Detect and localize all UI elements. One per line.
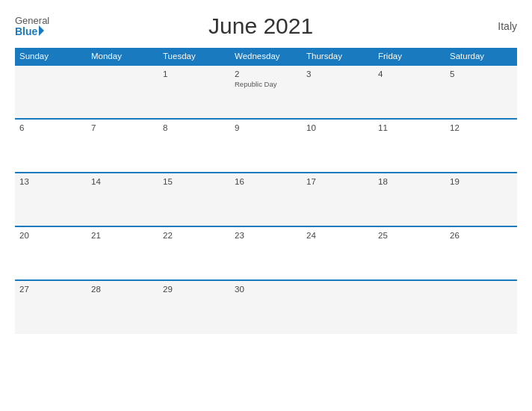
calendar-cell: 24	[302, 226, 374, 280]
calendar-cell: 20	[15, 226, 87, 280]
logo-blue-text: Blue	[15, 25, 44, 37]
calendar-title: June 2021	[49, 13, 472, 39]
logo-triangle-icon	[39, 25, 44, 36]
day-number: 12	[450, 123, 513, 132]
calendar-week-row: 13141516171819	[15, 173, 517, 226]
day-number: 20	[19, 231, 82, 240]
calendar-cell: 8	[158, 119, 230, 173]
calendar-cell: 23	[230, 226, 302, 280]
day-number: 7	[91, 123, 154, 132]
day-number: 29	[163, 285, 226, 294]
day-number: 18	[378, 177, 441, 186]
day-event: Republic Day	[235, 80, 297, 88]
day-number: 3	[306, 69, 369, 78]
calendar-cell: 18	[374, 173, 445, 226]
day-number: 22	[163, 231, 226, 240]
day-number: 13	[19, 177, 82, 186]
calendar-container: General Blue June 2021 Italy Sunday Mond…	[0, 0, 532, 411]
calendar-cell: 30	[230, 280, 302, 334]
day-number: 19	[450, 177, 513, 186]
calendar-cell: 1	[158, 65, 230, 119]
calendar-cell: 14	[87, 173, 158, 226]
calendar-cell: 15	[158, 173, 230, 226]
header-thursday: Thursday	[302, 48, 374, 65]
country-label: Italy	[472, 20, 517, 32]
calendar-cell: 19	[445, 173, 517, 226]
header-saturday: Saturday	[445, 48, 517, 65]
day-number: 11	[378, 123, 441, 132]
day-number: 16	[235, 177, 297, 186]
calendar-cell	[15, 65, 87, 119]
day-number: 1	[163, 69, 226, 78]
day-number: 5	[450, 69, 513, 78]
calendar-week-row: 20212223242526	[15, 226, 517, 280]
day-number: 17	[306, 177, 369, 186]
calendar-cell: 11	[374, 119, 445, 173]
logo: General Blue	[15, 16, 49, 37]
header-wednesday: Wednesday	[230, 48, 302, 65]
calendar-cell	[87, 65, 158, 119]
calendar-cell	[374, 280, 445, 334]
calendar-cell	[302, 280, 374, 334]
calendar-cell: 4	[374, 65, 445, 119]
calendar-cell: 9	[230, 119, 302, 173]
calendar-cell	[445, 280, 517, 334]
calendar-cell: 3	[302, 65, 374, 119]
day-number: 27	[19, 285, 82, 294]
header-friday: Friday	[374, 48, 445, 65]
calendar-week-row: 12Republic Day345	[15, 65, 517, 119]
calendar-cell: 26	[445, 226, 517, 280]
day-number: 30	[235, 285, 297, 294]
header-monday: Monday	[87, 48, 158, 65]
calendar-cell: 2Republic Day	[230, 65, 302, 119]
day-number: 6	[19, 123, 82, 132]
header-tuesday: Tuesday	[158, 48, 230, 65]
day-number: 2	[235, 69, 297, 78]
calendar-week-row: 27282930	[15, 280, 517, 334]
calendar-table: Sunday Monday Tuesday Wednesday Thursday…	[15, 48, 517, 334]
calendar-cell: 12	[445, 119, 517, 173]
calendar-cell: 10	[302, 119, 374, 173]
day-number: 15	[163, 177, 226, 186]
day-number: 21	[91, 231, 154, 240]
calendar-week-row: 6789101112	[15, 119, 517, 173]
calendar-cell: 25	[374, 226, 445, 280]
day-number: 9	[235, 123, 297, 132]
calendar-cell: 21	[87, 226, 158, 280]
calendar-cell: 27	[15, 280, 87, 334]
calendar-cell: 28	[87, 280, 158, 334]
weekday-header-row: Sunday Monday Tuesday Wednesday Thursday…	[15, 48, 517, 65]
calendar-cell: 7	[87, 119, 158, 173]
day-number: 23	[235, 231, 297, 240]
day-number: 24	[306, 231, 369, 240]
day-number: 14	[91, 177, 154, 186]
day-number: 28	[91, 285, 154, 294]
day-number: 10	[306, 123, 369, 132]
calendar-cell: 22	[158, 226, 230, 280]
calendar-cell: 16	[230, 173, 302, 226]
day-number: 4	[378, 69, 441, 78]
logo-general-text: General	[15, 16, 49, 25]
day-number: 26	[450, 231, 513, 240]
calendar-cell: 6	[15, 119, 87, 173]
calendar-header: General Blue June 2021 Italy	[15, 13, 517, 39]
day-number: 8	[163, 123, 226, 132]
calendar-cell: 5	[445, 65, 517, 119]
header-sunday: Sunday	[15, 48, 87, 65]
calendar-cell: 17	[302, 173, 374, 226]
day-number: 25	[378, 231, 441, 240]
calendar-cell: 29	[158, 280, 230, 334]
calendar-cell: 13	[15, 173, 87, 226]
